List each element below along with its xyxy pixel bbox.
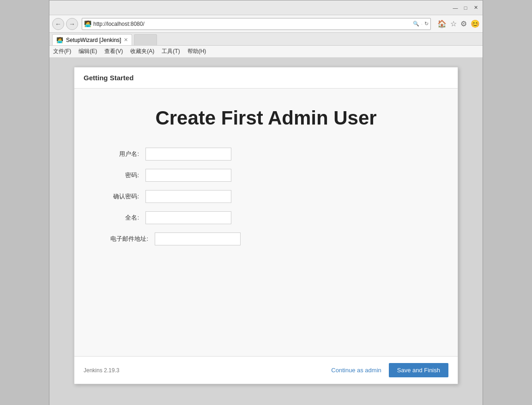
- new-tab-area[interactable]: [134, 34, 157, 45]
- tab-close-button[interactable]: ✕: [124, 37, 128, 43]
- email-label: 电子邮件地址:: [102, 235, 148, 243]
- address-bar[interactable]: 🧑‍💻 http://localhost:8080/ 🔍 · ↻: [82, 18, 431, 30]
- confirm-password-field-group: 确认密码:: [102, 190, 430, 203]
- version-label: Jenkins 2.19.3: [84, 367, 119, 374]
- confirm-password-label: 确认密码:: [102, 192, 139, 201]
- active-tab[interactable]: 🧑‍💻 SetupWizard [Jenkins] ✕: [52, 34, 132, 45]
- username-field-group: 用户名:: [102, 148, 430, 161]
- save-and-finish-button[interactable]: Save and Finish: [389, 363, 448, 377]
- password-input[interactable]: [145, 169, 231, 182]
- fullname-input[interactable]: [145, 211, 231, 224]
- footer-buttons: Continue as admin Save and Finish: [331, 363, 448, 377]
- fullname-label: 全名:: [102, 214, 139, 222]
- menu-favorites[interactable]: 收藏夹(A): [130, 48, 154, 55]
- favorites-icon[interactable]: ☆: [450, 19, 457, 28]
- user-icon[interactable]: 😊: [471, 19, 480, 28]
- close-window-button[interactable]: ✕: [472, 5, 479, 11]
- fullname-field-group: 全名:: [102, 211, 430, 224]
- password-label: 密码:: [102, 171, 139, 179]
- browser-window: — □ ✕ ← → 🧑‍💻 http://localhost:8080/ 🔍 ·…: [49, 0, 483, 405]
- dialog-header: Getting Started: [74, 67, 458, 89]
- separator: ·: [421, 21, 423, 27]
- menu-view[interactable]: 查看(V): [104, 48, 123, 55]
- title-bar-controls: — □ ✕: [452, 5, 479, 11]
- tab-favicon: 🧑‍💻: [56, 37, 63, 43]
- create-admin-title: Create First Admin User: [102, 107, 430, 129]
- address-url: http://localhost:8080/: [93, 21, 413, 27]
- back-button[interactable]: ←: [52, 18, 64, 30]
- refresh-icon[interactable]: ↻: [424, 21, 429, 27]
- dialog-header-title: Getting Started: [84, 74, 133, 82]
- confirm-password-input[interactable]: [145, 190, 231, 203]
- continue-as-admin-button[interactable]: Continue as admin: [331, 367, 381, 374]
- menu-file[interactable]: 文件(F): [53, 48, 71, 55]
- username-input[interactable]: [145, 148, 231, 161]
- nav-bar: ← → 🧑‍💻 http://localhost:8080/ 🔍 · ↻ 🏠 ☆…: [49, 15, 483, 33]
- forward-button[interactable]: →: [66, 18, 78, 30]
- email-input[interactable]: [155, 232, 241, 245]
- menu-bar: 文件(F) 编辑(E) 查看(V) 收藏夹(A) 工具(T) 帮助(H): [49, 46, 483, 58]
- minimize-button[interactable]: —: [452, 5, 459, 11]
- create-admin-form: 用户名: 密码: 确认密码: 全名:: [102, 148, 430, 245]
- dialog-footer: Jenkins 2.19.3 Continue as admin Save an…: [74, 356, 458, 384]
- menu-edit[interactable]: 编辑(E): [79, 48, 97, 55]
- email-field-group: 电子邮件地址:: [102, 232, 430, 245]
- settings-icon[interactable]: ⚙: [460, 19, 467, 28]
- tab-bar: 🧑‍💻 SetupWizard [Jenkins] ✕: [49, 33, 483, 46]
- address-icons: 🔍 · ↻: [413, 21, 429, 27]
- toolbar-icons: 🏠 ☆ ⚙ 😊: [437, 19, 480, 28]
- dialog-body: Create First Admin User 用户名: 密码:: [74, 89, 458, 356]
- search-icon[interactable]: 🔍: [413, 21, 419, 27]
- home-icon[interactable]: 🏠: [437, 19, 447, 28]
- menu-tools[interactable]: 工具(T): [162, 48, 180, 55]
- browser-content: Getting Started Create First Admin User …: [49, 58, 483, 405]
- password-field-group: 密码:: [102, 169, 430, 182]
- tab-label: SetupWizard [Jenkins]: [66, 37, 121, 43]
- menu-help[interactable]: 帮助(H): [187, 48, 206, 55]
- username-label: 用户名:: [102, 150, 139, 158]
- maximize-button[interactable]: □: [462, 5, 469, 11]
- title-bar: — □ ✕: [49, 0, 483, 15]
- setup-dialog: Getting Started Create First Admin User …: [74, 67, 458, 384]
- address-favicon: 🧑‍💻: [84, 20, 91, 28]
